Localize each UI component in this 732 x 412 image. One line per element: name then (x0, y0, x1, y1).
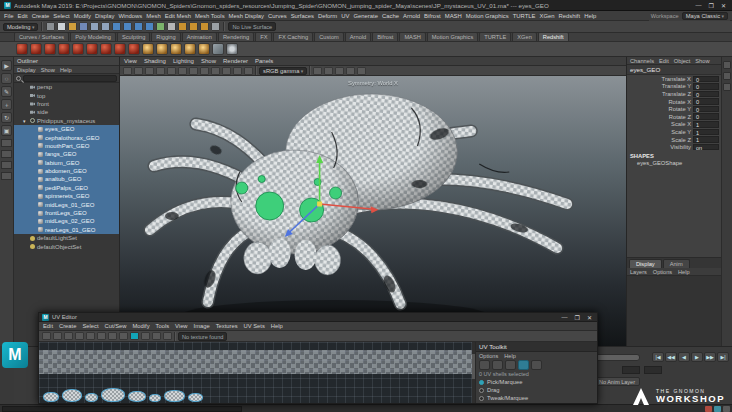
outliner-item[interactable]: front (14, 100, 119, 108)
viewport-icon[interactable] (145, 67, 154, 75)
menu-item[interactable]: Curves (268, 13, 287, 19)
channel-value-field[interactable]: 0 (693, 98, 719, 105)
layer-editor-tab[interactable]: Anim (663, 259, 690, 268)
uv-editor-menu-item[interactable]: Modify (132, 323, 149, 329)
uv-toolbar-icon[interactable] (86, 332, 95, 340)
outliner-item[interactable]: eyes_GEO (14, 125, 119, 133)
outliner-item[interactable]: rearLegs_01_GEO (14, 226, 119, 234)
uv-editor-menu-item[interactable]: Image (194, 323, 210, 329)
uv-toolbar-icon[interactable] (130, 332, 139, 340)
shelf-icon[interactable] (128, 43, 140, 55)
start-frame-field[interactable] (622, 366, 640, 374)
channel-value-field[interactable]: 0 (693, 83, 719, 90)
shelf-icon[interactable] (170, 43, 182, 55)
layout-four-pane-button[interactable] (1, 150, 12, 158)
viewport-icon[interactable] (134, 67, 143, 75)
uv-shell[interactable] (164, 390, 185, 402)
transport-button[interactable]: |◀ (652, 352, 664, 362)
outliner-item[interactable]: mouthPart_GEO (14, 142, 119, 150)
status-icon[interactable] (211, 22, 220, 31)
channel-box-menu-item[interactable]: Channels (630, 58, 654, 64)
outliner-item[interactable]: spinnerets_GEO (14, 192, 119, 200)
viewport-icon[interactable] (178, 67, 187, 75)
uv-toolkit-tool-row[interactable]: Drag (479, 386, 594, 394)
status-icon[interactable] (145, 22, 154, 31)
uv-maximize-button[interactable]: ❐ (575, 314, 580, 321)
outliner-item[interactable]: fangs_GEO (14, 150, 119, 158)
command-input[interactable] (2, 406, 242, 412)
viewport-menu-item[interactable]: Show (201, 58, 216, 64)
shelf-tab[interactable]: Sculpting (117, 33, 150, 41)
status-icon[interactable] (178, 22, 187, 31)
status-icon[interactable] (90, 22, 99, 31)
status-icon[interactable] (79, 22, 88, 31)
transport-button[interactable]: ▶| (717, 352, 729, 362)
shelf-icon[interactable] (212, 43, 224, 55)
outliner-item[interactable]: analtub_GEO (14, 175, 119, 183)
radio-icon[interactable] (479, 388, 484, 393)
shelf-tab[interactable]: TURTLE (479, 33, 511, 41)
uv-shell[interactable] (128, 391, 146, 402)
outliner-menu-item[interactable]: Display (17, 67, 36, 73)
end-frame-field[interactable] (644, 366, 662, 374)
layer-editor-menu-item[interactable]: Options (653, 269, 672, 275)
shelf-tab[interactable]: Rendering (218, 33, 254, 41)
uv-shell[interactable] (101, 388, 125, 402)
shelf-tab[interactable]: Motion Graphics (427, 33, 478, 41)
viewport-icon[interactable] (123, 67, 132, 75)
shelf-tab[interactable]: Curves / Surfaces (14, 33, 69, 41)
menu-item[interactable]: Redshift (559, 13, 581, 19)
uv-close-button[interactable]: ✕ (587, 314, 592, 321)
viewport-icon[interactable] (167, 67, 176, 75)
uv-toolkit-tool-icon[interactable] (518, 360, 529, 370)
channel-box-menu-item[interactable]: Edit (659, 58, 669, 64)
transport-button[interactable]: ◀◀ (665, 352, 677, 362)
sidebar-toggle-icon[interactable] (723, 83, 731, 91)
uv-toolkit-tool-icon[interactable] (492, 360, 503, 370)
shelf-icon[interactable] (198, 43, 210, 55)
viewport-menu-item[interactable]: Shading (144, 58, 166, 64)
uv-shell[interactable] (62, 389, 82, 402)
menu-set-dropdown[interactable]: Modeling (3, 23, 38, 31)
live-surface-field[interactable]: No Live Surface (228, 22, 276, 31)
channel-value-field[interactable]: 0 (693, 113, 719, 120)
shelf-icon[interactable] (30, 43, 42, 55)
radio-icon[interactable] (479, 380, 484, 385)
shelf-tab[interactable]: FX (255, 33, 272, 41)
uv-toolkit-tool-icon[interactable] (531, 360, 542, 370)
tool-button[interactable]: ▣ (1, 125, 12, 136)
outliner-item[interactable]: abdomen_GEO (14, 167, 119, 175)
uv-shell[interactable] (43, 392, 59, 402)
viewport-icon[interactable] (156, 67, 165, 75)
viewport-menu-item[interactable]: Renderer (223, 58, 248, 64)
shelf-icon[interactable] (100, 43, 112, 55)
shelf-tab[interactable]: MASH (399, 33, 425, 41)
menu-item[interactable]: Mesh Tools (195, 13, 225, 19)
viewport-icon[interactable] (233, 67, 242, 75)
transport-button[interactable]: ▶ (691, 352, 703, 362)
workspace-dropdown[interactable]: Maya Classic (682, 12, 728, 20)
uv-toolbar-icon[interactable] (42, 332, 51, 340)
layer-editor-menu-item[interactable]: Layers (630, 269, 647, 275)
channel-value-field[interactable]: 1 (693, 136, 719, 143)
shelf-icon[interactable] (226, 43, 238, 55)
uv-toolbar-icon[interactable] (75, 332, 84, 340)
uv-editor-menu-item[interactable]: Create (59, 323, 76, 329)
uv-toolkit-tool-row[interactable]: Pick/Marquee (479, 378, 594, 386)
outliner-item[interactable]: pediPalps_GEO (14, 184, 119, 192)
uv-toolkit-tool-icon[interactable] (479, 360, 490, 370)
tool-button[interactable]: ＋ (1, 99, 12, 110)
viewport-canvas[interactable]: Symmetry: World X (120, 76, 626, 346)
uv-toolbar-icon[interactable] (163, 332, 172, 340)
viewport-icon[interactable] (222, 67, 231, 75)
expand-arrow-icon[interactable] (23, 118, 28, 124)
uv-toolbar-icon[interactable] (152, 332, 161, 340)
menu-item[interactable]: TURTLE (513, 13, 536, 19)
shelf-tab[interactable]: Arnold (345, 33, 371, 41)
shelf-icon[interactable] (86, 43, 98, 55)
menu-item[interactable]: Edit Mesh (165, 13, 191, 19)
outliner-item[interactable]: frontLegs_GEO (14, 209, 119, 217)
sidebar-toggle-icon[interactable] (723, 72, 731, 80)
menu-item[interactable]: Surfaces (291, 13, 314, 19)
shelf-tab[interactable]: Bifrost (372, 33, 398, 41)
